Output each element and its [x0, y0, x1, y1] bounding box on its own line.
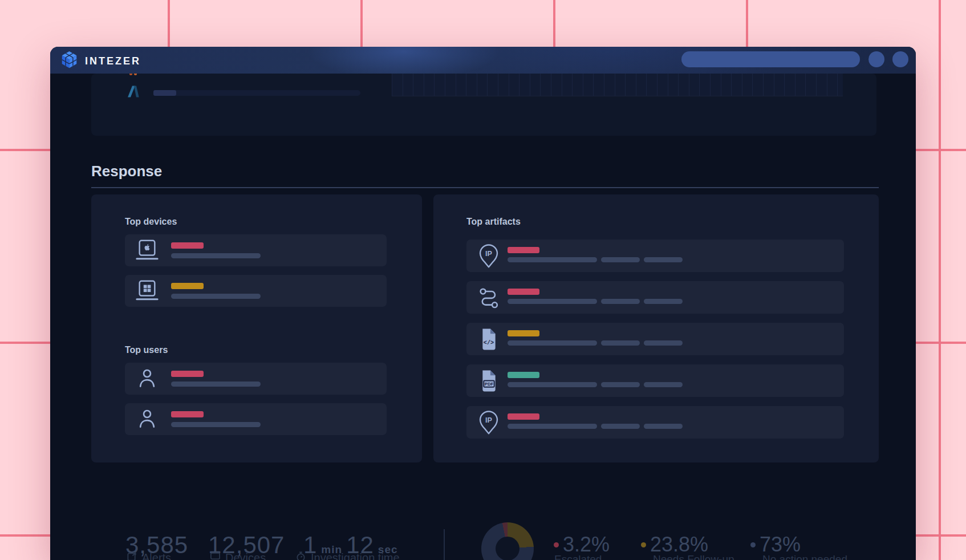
skeleton-accent-bar: [171, 411, 204, 417]
breakdown-no-action-label: No action needed: [762, 553, 847, 560]
devices-label: Devices: [210, 551, 266, 560]
skeleton-bar: [171, 382, 261, 387]
list-item[interactable]: IP: [466, 240, 844, 272]
alerts-icon: [127, 551, 137, 560]
top-artifacts-list: IP </> PDF IP: [466, 240, 844, 448]
stats-divider: [444, 529, 445, 560]
app-header: INTEZER: [50, 47, 916, 74]
svg-text:</>: </>: [483, 340, 493, 346]
header-icon-button-1[interactable]: [868, 51, 884, 67]
skeleton-bar: [171, 253, 261, 258]
list-item[interactable]: [125, 234, 387, 266]
skeleton-accent-bar: [171, 371, 204, 377]
skeleton-bar: [171, 294, 261, 299]
skeleton-bar: [508, 299, 597, 304]
alerts-label: Alerts: [127, 551, 171, 560]
svg-text:PDF: PDF: [484, 382, 493, 387]
list-item[interactable]: [125, 363, 387, 395]
timeline-grid: [392, 74, 843, 96]
app-window: INTEZER Response Top devices Top users T…: [50, 47, 916, 560]
code-file-icon: </>: [474, 327, 503, 351]
skeleton-accent-bar: [153, 90, 176, 96]
panel-title: Top devices: [125, 217, 177, 227]
brand: INTEZER: [60, 51, 141, 72]
panel-title: Top artifacts: [466, 217, 521, 227]
skeleton-bar: [508, 340, 597, 346]
user-icon: [133, 368, 161, 389]
stopwatch-icon: [295, 551, 306, 560]
breakdown-escalated-label: Escalated: [554, 553, 602, 560]
section-divider: [91, 187, 879, 188]
top-users-list: [125, 363, 387, 444]
brand-name: INTEZER: [85, 55, 141, 67]
user-icon: [133, 409, 161, 429]
skeleton-bar: [644, 257, 683, 262]
skeleton-bar: [601, 382, 640, 387]
list-item[interactable]: [125, 275, 387, 307]
verdict-donut-chart: [481, 522, 534, 560]
skeleton-bar: [601, 424, 640, 429]
skeleton-bar: [644, 340, 683, 346]
top-devices-list: [125, 234, 387, 315]
mac-laptop-icon: [133, 239, 161, 262]
investigation-time-label: Investigation time: [295, 551, 400, 560]
skeleton-bar: [171, 422, 261, 427]
background-grid-line: [939, 0, 941, 560]
svg-text:IP: IP: [485, 250, 492, 258]
section-title: Response: [91, 163, 162, 180]
skeleton-bar: [601, 340, 640, 346]
skeleton-accent-bar: [171, 242, 204, 249]
skeleton-accent-bar: [508, 372, 539, 378]
skeleton-accent-bar: [508, 413, 539, 420]
skeleton-accent-bar: [508, 330, 539, 336]
skeleton-bar: [508, 424, 597, 429]
legend-dot: [641, 542, 646, 547]
process-flow-icon: [474, 287, 503, 309]
skeleton-accent-bar: [171, 283, 204, 289]
legend-dot: [750, 542, 756, 547]
devices-icon: [210, 551, 221, 560]
list-item[interactable]: IP: [466, 406, 844, 439]
skeleton-accent-bar: [508, 289, 539, 295]
list-item[interactable]: [125, 403, 387, 435]
breakdown-needs-follow-up-label: Needs Follow-up: [653, 553, 734, 560]
skeleton-bar: [508, 257, 597, 262]
azure-logo-icon: [127, 85, 139, 100]
windows-laptop-icon: [133, 279, 161, 302]
skeleton-bar: [644, 299, 683, 304]
header-search-pill[interactable]: [681, 51, 860, 67]
devices-users-panel: Top devices Top users: [91, 194, 422, 462]
skeleton-bar: [601, 257, 640, 262]
panel-title: Top users: [125, 345, 168, 355]
ip-address-pin-icon: IP: [474, 244, 503, 268]
list-item[interactable]: [466, 281, 844, 314]
skeleton-bar: [153, 90, 360, 96]
skeleton-bar: [644, 424, 683, 429]
intezer-cube-logo: [60, 51, 78, 72]
header-icon-button-2[interactable]: [892, 51, 908, 67]
legend-dot: [554, 542, 559, 547]
ip-address-pin-icon: IP: [474, 410, 503, 435]
pdf-file-icon: PDF: [474, 369, 503, 392]
list-item[interactable]: </>: [466, 323, 844, 355]
skeleton-accent-bar: [508, 247, 539, 253]
skeleton-bar: [601, 299, 640, 304]
svg-text:IP: IP: [485, 416, 492, 424]
skeleton-bar: [508, 382, 597, 387]
artifacts-panel: Top artifacts IP </> PDF IP: [433, 194, 879, 462]
list-item[interactable]: PDF: [466, 364, 844, 397]
skeleton-bar: [644, 382, 683, 387]
